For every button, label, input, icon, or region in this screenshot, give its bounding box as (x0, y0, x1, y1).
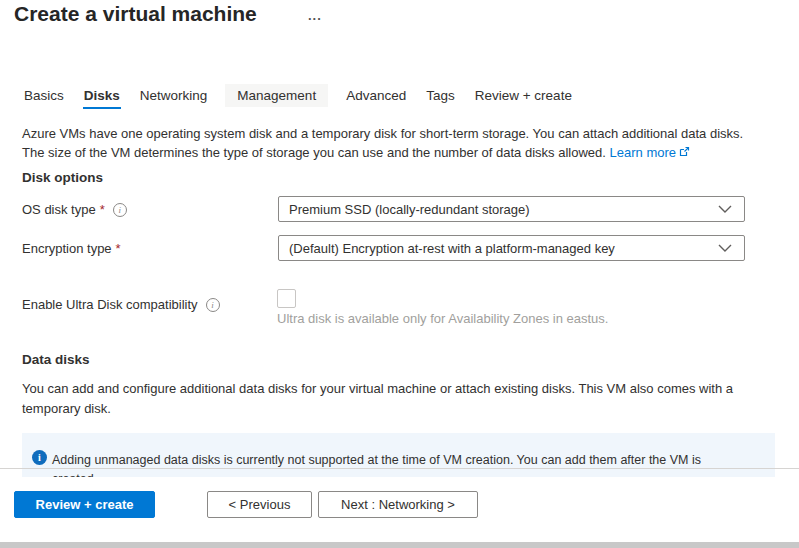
tab-disks[interactable]: Disks (82, 84, 122, 107)
info-banner-line-2: created. (52, 470, 763, 477)
encryption-type-dropdown[interactable]: (Default) Encryption at-rest with a plat… (278, 235, 745, 261)
tab-tags[interactable]: Tags (424, 84, 457, 107)
footer-divider (0, 468, 799, 469)
learn-more-label: Learn more (610, 145, 676, 160)
disk-options-heading: Disk options (22, 170, 103, 185)
tab-networking[interactable]: Networking (138, 84, 210, 107)
tab-review-create-label: Review + create (475, 88, 572, 103)
learn-more-link[interactable]: Learn more (610, 145, 690, 160)
intro-line-2: The size of the VM determines the type o… (22, 143, 794, 162)
intro-line-1: Azure VMs have one operating system disk… (22, 124, 794, 143)
chevron-down-icon (718, 205, 732, 213)
encryption-type-label-text: Encryption type (22, 241, 112, 256)
review-create-button[interactable]: Review + create (14, 491, 155, 518)
tab-basics-label: Basics (24, 88, 64, 103)
intro-line-2-text: The size of the VM determines the type o… (22, 145, 606, 160)
ultra-disk-helper-text: Ultra disk is available only for Availab… (277, 311, 608, 326)
data-disks-description: You can add and configure additional dat… (22, 379, 794, 418)
os-disk-type-dropdown[interactable]: Premium SSD (locally-redundant storage) (278, 196, 745, 222)
ultra-disk-label: Enable Ultra Disk compatibility i (22, 297, 220, 312)
tab-networking-label: Networking (140, 88, 208, 103)
required-asterisk: * (100, 202, 105, 217)
intro-text: Azure VMs have one operating system disk… (22, 124, 794, 162)
data-disks-description-line-2: temporary disk. (22, 399, 794, 419)
chevron-down-icon (718, 244, 732, 252)
page-title: Create a virtual machine (14, 2, 257, 26)
info-filled-icon: i (32, 450, 47, 465)
required-asterisk: * (116, 241, 121, 256)
encryption-type-label: Encryption type * (22, 241, 121, 256)
footer-bar: Review + create < Previous Next : Networ… (0, 477, 799, 542)
tab-review-create[interactable]: Review + create (473, 84, 574, 107)
tab-basics[interactable]: Basics (22, 84, 66, 107)
os-disk-type-label: OS disk type * i (22, 202, 127, 217)
horizontal-scrollbar[interactable] (0, 542, 799, 548)
info-icon[interactable]: i (206, 298, 220, 312)
content-area: Create a virtual machine ... Basics Disk… (0, 0, 799, 477)
os-disk-type-value: Premium SSD (locally-redundant storage) (289, 202, 530, 217)
tab-management[interactable]: Management (225, 84, 328, 107)
ultra-disk-checkbox[interactable] (277, 289, 296, 308)
previous-button[interactable]: < Previous (207, 491, 312, 518)
info-banner: i Adding unmanaged data disks is current… (22, 433, 775, 477)
encryption-type-value: (Default) Encryption at-rest with a plat… (289, 241, 615, 256)
os-disk-type-label-text: OS disk type (22, 202, 96, 217)
tab-advanced-label: Advanced (346, 88, 406, 103)
tab-bar: Basics Disks Networking Management Advan… (22, 82, 574, 109)
create-vm-page: Create a virtual machine ... Basics Disk… (0, 0, 799, 548)
data-disks-description-line-1: You can add and configure additional dat… (22, 379, 794, 399)
tab-tags-label: Tags (426, 88, 455, 103)
external-link-icon (679, 143, 690, 162)
data-disks-heading: Data disks (22, 352, 90, 367)
tab-management-label: Management (237, 88, 316, 103)
active-tab-underline (83, 107, 121, 109)
more-options-button[interactable]: ... (308, 8, 322, 23)
tab-disks-label: Disks (84, 88, 120, 103)
tab-advanced[interactable]: Advanced (344, 84, 408, 107)
next-networking-button[interactable]: Next : Networking > (318, 491, 478, 518)
info-icon[interactable]: i (113, 203, 127, 217)
ultra-disk-label-text: Enable Ultra Disk compatibility (22, 297, 198, 312)
